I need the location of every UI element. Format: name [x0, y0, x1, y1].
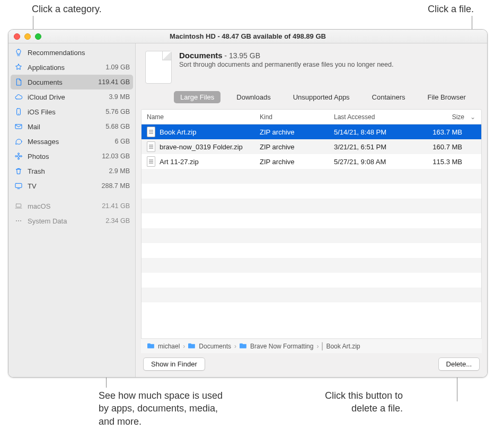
file-last-accessed: 5/14/21, 8:48 PM	[334, 128, 413, 136]
apps-icon	[14, 62, 23, 72]
tab-file-browser[interactable]: File Browser	[421, 91, 472, 103]
laptop-icon	[14, 201, 23, 211]
sidebar-item-photos[interactable]: Photos12.03 GB	[8, 149, 135, 164]
header-panel: Documents - 13.95 GB Sort through docume…	[136, 43, 487, 89]
chevron-right-icon: ›	[183, 343, 185, 350]
file-name: Book Art.zip	[160, 128, 196, 136]
col-last[interactable]: Last Accessed	[334, 113, 413, 121]
file-kind: ZIP archive	[260, 143, 334, 151]
table-row-empty	[142, 243, 481, 258]
mail-icon	[14, 122, 23, 131]
table-header[interactable]: Name Kind Last Accessed Size ⌄	[142, 110, 481, 124]
breadcrumb-item[interactable]: michael	[158, 343, 180, 350]
folder-icon	[188, 342, 196, 350]
minimize-button[interactable]	[24, 33, 31, 40]
file-icon	[322, 343, 323, 350]
breadcrumb-item[interactable]: Documents	[199, 343, 231, 350]
sidebar-item-macos: macOS21.41 GB	[8, 199, 135, 213]
callout-line	[457, 375, 457, 401]
callout-category: Click a category.	[32, 3, 102, 15]
sidebar-item-ios-files[interactable]: iOS Files5.76 GB	[8, 104, 135, 119]
file-last-accessed: 3/21/21, 6:51 PM	[334, 143, 413, 151]
table-row[interactable]: brave-now_0319 Folder.zipZIP archive3/21…	[142, 139, 481, 154]
file-size: 163.7 MB	[413, 128, 466, 136]
phone-icon	[14, 107, 23, 117]
table-row[interactable]: Book Art.zipZIP archive5/14/21, 8:48 PM1…	[142, 124, 481, 139]
chevron-right-icon: ›	[234, 343, 236, 350]
table-row-empty	[142, 184, 481, 199]
breadcrumb-item[interactable]: Book Art.zip	[326, 343, 360, 350]
tab-unsupported-apps[interactable]: Unsupported Apps	[287, 91, 356, 103]
document-icon	[14, 77, 23, 87]
show-in-finder-button[interactable]: Show in Finder	[143, 357, 205, 371]
file-table: Name Kind Last Accessed Size ⌄ Book Art.…	[141, 109, 482, 338]
sidebar-item-label: iOS Files	[28, 108, 105, 116]
file-size: 115.3 MB	[413, 158, 466, 166]
sidebar-item-trash[interactable]: Trash2.9 MB	[8, 164, 135, 178]
titlebar: Macintosh HD - 48.47 GB available of 498…	[8, 30, 487, 43]
col-kind[interactable]: Kind	[260, 113, 334, 121]
sidebar-item-label: Applications	[28, 64, 105, 71]
table-row-empty	[142, 273, 481, 288]
chat-icon	[14, 137, 23, 146]
sidebar-item-label: Recommendations	[28, 49, 130, 57]
tab-containers[interactable]: Containers	[366, 91, 412, 103]
sidebar-item-size: 3.9 MB	[109, 93, 130, 101]
tabs: Large FilesDownloadsUnsupported AppsCont…	[136, 89, 487, 105]
file-name: Art 11-27.zip	[160, 158, 199, 166]
breadcrumb: michael›Documents›Brave Now Formatting›B…	[141, 338, 482, 353]
window-title: Macintosh HD - 48.47 GB available of 498…	[8, 32, 487, 40]
sidebar-item-icloud-drive[interactable]: iCloud Drive3.9 MB	[8, 89, 135, 104]
svg-point-7	[20, 156, 22, 157]
file-icon	[147, 127, 155, 137]
storage-window: Macintosh HD - 48.47 GB available of 498…	[8, 29, 488, 378]
traffic-lights	[8, 33, 41, 40]
tab-large-files[interactable]: Large Files	[174, 91, 220, 103]
header-desc: Sort through documents and permanently e…	[179, 61, 393, 68]
photos-icon	[14, 151, 23, 161]
sidebar-item-label: macOS	[28, 202, 102, 210]
callout-file: Click a file.	[421, 3, 474, 15]
table-row[interactable]: Art 11-27.zipZIP archive5/27/21, 9:08 AM…	[142, 154, 481, 169]
col-size[interactable]: Size	[413, 113, 466, 121]
sidebar-item-size: 2.9 MB	[109, 167, 130, 175]
sidebar-item-documents[interactable]: Documents119.41 GB	[11, 75, 133, 89]
table-row-empty	[142, 258, 481, 273]
breadcrumb-item[interactable]: Brave Now Formatting	[250, 343, 313, 350]
svg-rect-9	[16, 204, 21, 207]
sidebar-item-label: TV	[28, 182, 101, 190]
column-menu-icon[interactable]: ⌄	[466, 113, 479, 121]
tv-icon	[14, 181, 23, 191]
tab-downloads[interactable]: Downloads	[230, 91, 277, 103]
sidebar-item-recommendations[interactable]: Recommendations	[8, 45, 135, 60]
sidebar-item-label: iCloud Drive	[28, 93, 109, 101]
file-icon	[147, 141, 155, 152]
callout-delete: Click this button to delete a file.	[297, 389, 403, 415]
sidebar-item-label: Messages	[28, 138, 115, 146]
sidebar-item-size: 1.09 GB	[105, 64, 130, 71]
close-button[interactable]	[14, 33, 20, 40]
delete-button[interactable]: Delete...	[438, 357, 480, 371]
fullscreen-button[interactable]	[35, 33, 41, 40]
trash-icon	[14, 166, 23, 176]
lightbulb-icon	[14, 48, 23, 57]
sidebar-item-size: 5.76 GB	[105, 108, 130, 115]
svg-point-5	[18, 158, 20, 159]
sidebar-item-mail[interactable]: Mail5.68 GB	[8, 119, 135, 134]
svg-point-10	[16, 220, 17, 221]
file-kind: ZIP archive	[260, 128, 334, 136]
table-row-empty	[142, 169, 481, 184]
sidebar-item-label: Trash	[28, 167, 109, 175]
sidebar-item-system-data: System Data2.34 GB	[8, 213, 135, 228]
sidebar-item-size: 288.7 MB	[101, 182, 130, 190]
sidebar-item-messages[interactable]: Messages6 GB	[8, 134, 135, 149]
sidebar-item-size: 2.34 GB	[105, 217, 130, 225]
sidebar-item-size: 21.41 GB	[102, 202, 130, 210]
sidebar-item-label: Documents	[28, 78, 98, 86]
sidebar-item-applications[interactable]: Applications1.09 GB	[8, 60, 135, 75]
sidebar: RecommendationsApplications1.09 GBDocume…	[8, 43, 136, 377]
file-name: brave-now_0319 Folder.zip	[160, 143, 243, 151]
col-name[interactable]: Name	[147, 113, 260, 121]
svg-point-3	[17, 155, 20, 157]
sidebar-item-tv[interactable]: TV288.7 MB	[8, 178, 135, 193]
